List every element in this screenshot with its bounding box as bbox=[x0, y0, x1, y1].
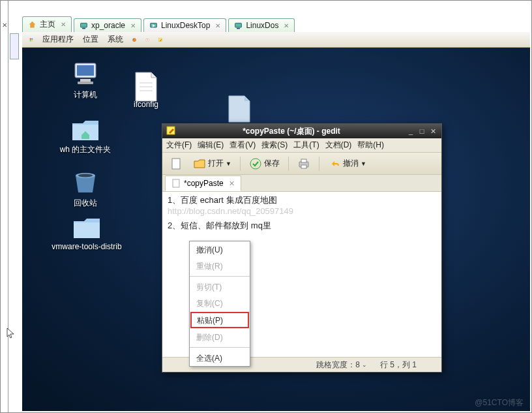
split-handle[interactable] bbox=[10, 33, 19, 59]
menu-file[interactable]: 文件(F) bbox=[166, 140, 192, 151]
outer-frame: ✕ 主页 ✕ xp_oracle ✕ LinuxDeskTop ✕ LinuxD… bbox=[0, 0, 532, 413]
menu-search[interactable]: 搜索(S) bbox=[261, 140, 288, 151]
print-button[interactable] bbox=[294, 155, 314, 172]
icon-label: 回收站 bbox=[56, 198, 115, 209]
menubar: 文件(F) 编辑(E) 查看(V) 搜索(S) 工具(T) 文档(D) 帮助(H… bbox=[162, 138, 441, 153]
ctx-cut: 剪切(T) bbox=[190, 279, 250, 295]
svg-rect-14 bbox=[77, 65, 94, 76]
screenshot-icon[interactable] bbox=[142, 35, 153, 45]
close-icon[interactable]: ✕ bbox=[2, 22, 7, 29]
document-icon bbox=[171, 179, 181, 188]
menu-icon[interactable] bbox=[26, 35, 37, 45]
page-watermark: @51CTO博客 bbox=[475, 397, 524, 408]
tab-label: LinuxDeskTop bbox=[161, 21, 210, 30]
desktop-icon-vmware[interactable]: vmware-tools-distrib bbox=[48, 213, 125, 251]
undo-button[interactable]: 撤消 ▼ bbox=[325, 155, 370, 172]
desktop-icon-home[interactable]: wh 的主文件夹 bbox=[56, 115, 115, 155]
places-menu[interactable]: 位置 bbox=[80, 34, 102, 45]
tab-label: xp_oracle bbox=[91, 21, 125, 30]
close-button[interactable]: ✕ bbox=[428, 127, 437, 136]
separator bbox=[240, 157, 241, 171]
ctx-undo[interactable]: 撤消(U) bbox=[190, 241, 250, 258]
note-icon[interactable] bbox=[155, 35, 166, 45]
linux-desktop[interactable]: 应用程序 位置 系统 计算机 ifconfig bbox=[22, 32, 530, 411]
document-icon bbox=[133, 71, 159, 102]
svg-rect-3 bbox=[235, 23, 242, 27]
tab-linux-desktop[interactable]: LinuxDeskTop ✕ bbox=[143, 18, 226, 32]
maximize-button[interactable]: □ bbox=[417, 127, 426, 136]
svg-rect-27 bbox=[301, 165, 306, 168]
editor-tab[interactable]: *copyPaste ✕ bbox=[165, 176, 241, 191]
svg-rect-4 bbox=[237, 27, 240, 29]
system-menu[interactable]: 系统 bbox=[104, 34, 126, 45]
ctx-copy: 复制(C) bbox=[190, 295, 250, 311]
vm-on-icon bbox=[149, 22, 158, 30]
editor-tabs: *copyPaste ✕ bbox=[162, 175, 441, 192]
icon-label: 计算机 bbox=[56, 89, 115, 100]
separator bbox=[288, 157, 289, 171]
status-position: 行 5，列 1 bbox=[380, 359, 417, 371]
svg-rect-1 bbox=[82, 27, 85, 29]
desktop-icon-untitled[interactable] bbox=[210, 95, 269, 123]
new-button[interactable] bbox=[166, 155, 186, 172]
home-icon bbox=[28, 20, 37, 29]
svg-rect-26 bbox=[301, 159, 306, 162]
svg-rect-0 bbox=[81, 23, 87, 27]
host-tab-bar: 主页 ✕ xp_oracle ✕ LinuxDeskTop ✕ LinuxDos… bbox=[22, 16, 295, 32]
tab-linux-dos[interactable]: LinuxDos ✕ bbox=[228, 18, 295, 32]
chevron-down-icon: ▼ bbox=[226, 161, 231, 167]
svg-rect-5 bbox=[30, 38, 31, 39]
close-icon[interactable]: ✕ bbox=[284, 22, 289, 29]
ctx-redo: 重做(R) bbox=[190, 258, 250, 274]
vm-icon bbox=[80, 22, 88, 30]
ctx-select-all[interactable]: 全选(A) bbox=[190, 350, 250, 366]
svg-point-11 bbox=[147, 39, 148, 40]
chevron-down-icon: ⌄ bbox=[362, 361, 367, 368]
gedit-window[interactable]: *copyPaste (~/桌面) - gedit _ □ ✕ 文件(F) 编辑… bbox=[162, 123, 442, 373]
context-menu: 撤消(U) 重做(R) 剪切(T) 复制(C) 粘贴(P) 删除(D) 全选(A… bbox=[189, 241, 250, 367]
vm-icon bbox=[234, 22, 243, 30]
separator bbox=[190, 276, 250, 277]
menu-tools[interactable]: 工具(T) bbox=[293, 140, 319, 151]
svg-rect-8 bbox=[31, 40, 33, 41]
menu-help[interactable]: 帮助(H) bbox=[357, 140, 384, 151]
separator bbox=[319, 157, 319, 171]
save-button[interactable]: 保存 bbox=[246, 155, 283, 172]
tab-label: 主页 bbox=[40, 19, 55, 30]
left-sidebar: ✕ bbox=[1, 1, 8, 412]
svg-rect-7 bbox=[30, 40, 31, 41]
menu-docs[interactable]: 文档(D) bbox=[325, 140, 352, 151]
tab-home[interactable]: 主页 ✕ bbox=[22, 16, 72, 32]
menu-view[interactable]: 查看(V) bbox=[229, 140, 256, 151]
desktop-icon-ifconfig[interactable]: ifconfig bbox=[117, 71, 175, 109]
editor-line: 2、短信、邮件都放到 mq里 bbox=[168, 220, 436, 232]
close-icon[interactable]: ✕ bbox=[130, 22, 136, 29]
apps-menu[interactable]: 应用程序 bbox=[39, 34, 77, 45]
menu-edit[interactable]: 编辑(E) bbox=[198, 140, 224, 151]
firefox-icon[interactable] bbox=[129, 35, 140, 45]
close-icon[interactable]: ✕ bbox=[229, 179, 235, 188]
chevron-down-icon: ▼ bbox=[361, 161, 366, 167]
top-panel: 应用程序 位置 系统 bbox=[22, 32, 530, 48]
tab-label: *copyPaste bbox=[184, 179, 224, 188]
desktop-icon-trash[interactable]: 回收站 bbox=[56, 169, 115, 209]
trash-icon bbox=[72, 169, 99, 195]
close-icon[interactable]: ✕ bbox=[215, 22, 220, 29]
computer-icon bbox=[70, 61, 101, 87]
tab-label: LinuxDos bbox=[246, 21, 278, 30]
icon-label: wh 的主文件夹 bbox=[56, 144, 115, 155]
status-tabwidth[interactable]: 跳格宽度：8 bbox=[316, 359, 360, 371]
close-icon[interactable]: ✕ bbox=[61, 21, 66, 28]
editor-area[interactable]: 1、百度 echart 集成百度地图 http://blog.csdn.net/… bbox=[162, 192, 441, 358]
open-button[interactable]: 打开 ▼ bbox=[190, 155, 235, 172]
svg-point-24 bbox=[250, 159, 261, 169]
tab-xp-oracle[interactable]: xp_oracle ✕ bbox=[74, 18, 141, 32]
document-icon bbox=[228, 95, 251, 123]
ctx-paste[interactable]: 粘贴(P) bbox=[190, 312, 249, 328]
window-titlebar[interactable]: *copyPaste (~/桌面) - gedit _ □ ✕ bbox=[162, 124, 441, 138]
minimize-button[interactable]: _ bbox=[406, 127, 415, 136]
window-title: *copyPaste (~/桌面) - gedit bbox=[179, 126, 404, 137]
svg-point-21 bbox=[78, 174, 93, 177]
desktop-icon-computer[interactable]: 计算机 bbox=[56, 61, 115, 100]
svg-rect-15 bbox=[80, 79, 91, 82]
